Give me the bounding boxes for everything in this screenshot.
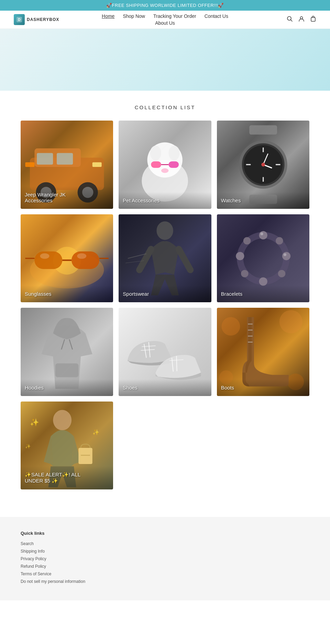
collection-card-pet[interactable]: Pet Accessories bbox=[119, 121, 211, 209]
svg-line-47 bbox=[179, 249, 190, 270]
svg-text:D: D bbox=[18, 18, 20, 22]
svg-rect-81 bbox=[81, 455, 90, 456]
collection-card-label-sportswear: Sportswear bbox=[119, 285, 211, 302]
collection-grid: Jeep Wrangler JKAccessories Pet Acce bbox=[21, 121, 309, 489]
footer-refund[interactable]: Refund Policy bbox=[21, 564, 309, 569]
collection-card-hoodies[interactable]: Hoodies bbox=[21, 308, 113, 396]
header: D DASHERYBOX Home Shop Now Tracking Your… bbox=[0, 11, 330, 29]
main-nav: Home Shop Now Tracking Your Order Contac… bbox=[102, 13, 228, 26]
svg-point-35 bbox=[261, 163, 265, 167]
nav-shop-now[interactable]: Shop Now bbox=[123, 13, 145, 19]
footer-do-not-sell[interactable]: Do not sell my personal information bbox=[21, 579, 309, 584]
footer-search[interactable]: Search bbox=[21, 541, 309, 546]
collection-card-sunglasses[interactable]: Sunglasses bbox=[21, 214, 113, 303]
account-icon[interactable] bbox=[298, 16, 305, 24]
collection-card-label-bracelets: Bracelets bbox=[217, 285, 309, 302]
svg-point-44 bbox=[77, 253, 86, 259]
collection-title: COLLECTION LIST bbox=[21, 104, 309, 110]
cart-icon[interactable] bbox=[310, 16, 316, 24]
logo-area[interactable]: D DASHERYBOX bbox=[14, 14, 59, 25]
svg-point-54 bbox=[278, 270, 285, 277]
collection-card-sale[interactable]: ✨ ✨ ✨ ✨SALE ALERT✨! ALLUNDER $5 ✨ bbox=[21, 402, 113, 490]
collection-card-sportswear[interactable]: Sportswear bbox=[119, 214, 211, 303]
hero-banner bbox=[0, 29, 330, 91]
nav-contact[interactable]: Contact Us bbox=[205, 13, 228, 19]
svg-rect-14 bbox=[92, 162, 102, 167]
svg-rect-21 bbox=[169, 161, 179, 168]
svg-point-57 bbox=[236, 252, 244, 260]
announcement-bar: 🚀FREE SHIPPING WORLWIDE LIMITED OFFER!!!… bbox=[0, 0, 330, 11]
footer-privacy[interactable]: Privacy Policy bbox=[21, 556, 309, 561]
nav-row-1: Home Shop Now Tracking Your Order Contac… bbox=[102, 13, 228, 19]
svg-text:✨: ✨ bbox=[25, 443, 31, 449]
nav-row-2: About Us bbox=[155, 20, 175, 26]
logo-icon: D bbox=[14, 14, 25, 25]
svg-rect-5 bbox=[311, 18, 315, 21]
svg-point-71 bbox=[221, 317, 240, 336]
collection-section: COLLECTION LIST Jeep Wrang bbox=[0, 91, 330, 503]
svg-text:✨: ✨ bbox=[92, 429, 100, 436]
svg-rect-12 bbox=[37, 153, 53, 165]
collection-card-label-watches: Watches bbox=[217, 192, 309, 209]
announcement-text: 🚀FREE SHIPPING WORLWIDE LIMITED OFFER!!!… bbox=[106, 3, 224, 8]
svg-point-79 bbox=[53, 410, 72, 430]
header-actions bbox=[287, 16, 316, 24]
svg-point-59 bbox=[260, 232, 263, 235]
collection-card-label-hoodies: Hoodies bbox=[21, 379, 113, 396]
collection-card-label-shoes: Shoes bbox=[119, 379, 211, 396]
collection-card-shoes[interactable]: Shoes bbox=[119, 308, 211, 396]
svg-rect-20 bbox=[151, 161, 162, 168]
footer-shipping[interactable]: Shipping Info bbox=[21, 549, 309, 554]
svg-point-23 bbox=[161, 168, 169, 173]
svg-point-53 bbox=[282, 252, 290, 260]
footer-terms[interactable]: Terms of Service bbox=[21, 572, 309, 576]
svg-rect-39 bbox=[72, 251, 99, 269]
svg-point-52 bbox=[276, 237, 283, 245]
collection-card-boots[interactable]: Boots bbox=[217, 308, 309, 396]
footer-quick-links-title: Quick links bbox=[21, 531, 309, 536]
svg-point-43 bbox=[40, 253, 50, 259]
svg-line-46 bbox=[140, 249, 151, 270]
svg-point-19 bbox=[169, 146, 180, 160]
footer: Quick links Search Shipping Info Privacy… bbox=[0, 517, 330, 600]
svg-point-60 bbox=[284, 253, 286, 256]
svg-rect-63 bbox=[55, 363, 78, 377]
svg-rect-13 bbox=[57, 153, 73, 165]
svg-rect-15 bbox=[25, 162, 34, 167]
logo-text: DASHERYBOX bbox=[27, 17, 59, 22]
collection-card-label-sunglasses: Sunglasses bbox=[21, 285, 113, 302]
collection-card-label-pet: Pet Accessories bbox=[119, 192, 211, 209]
collection-card-label-sale: ✨SALE ALERT✨! ALLUNDER $5 ✨ bbox=[21, 466, 113, 489]
svg-point-18 bbox=[150, 146, 161, 160]
nav-tracking[interactable]: Tracking Your Order bbox=[153, 13, 196, 19]
svg-rect-24 bbox=[249, 125, 277, 135]
svg-rect-80 bbox=[78, 448, 92, 464]
collection-card-watches[interactable]: Watches bbox=[217, 121, 309, 209]
nav-home[interactable]: Home bbox=[102, 13, 114, 19]
svg-point-51 bbox=[259, 231, 267, 239]
svg-point-72 bbox=[279, 310, 302, 333]
svg-point-58 bbox=[243, 237, 251, 245]
footer-quick-links-section: Quick links Search Shipping Info Privacy… bbox=[21, 531, 309, 584]
svg-point-56 bbox=[241, 270, 249, 277]
svg-line-69 bbox=[177, 356, 177, 371]
collection-card-bracelets[interactable]: Bracelets bbox=[217, 214, 309, 303]
collection-card-label-boots: Boots bbox=[217, 379, 309, 396]
svg-rect-38 bbox=[34, 251, 62, 269]
search-icon[interactable] bbox=[287, 16, 293, 24]
collection-card-jeep[interactable]: Jeep Wrangler JKAccessories bbox=[21, 121, 113, 209]
svg-text:✨: ✨ bbox=[30, 418, 39, 427]
svg-line-3 bbox=[291, 20, 293, 21]
collection-card-label-jeep: Jeep Wrangler JKAccessories bbox=[21, 186, 113, 209]
svg-point-45 bbox=[157, 221, 173, 240]
nav-about[interactable]: About Us bbox=[155, 20, 175, 26]
svg-point-55 bbox=[259, 277, 267, 285]
